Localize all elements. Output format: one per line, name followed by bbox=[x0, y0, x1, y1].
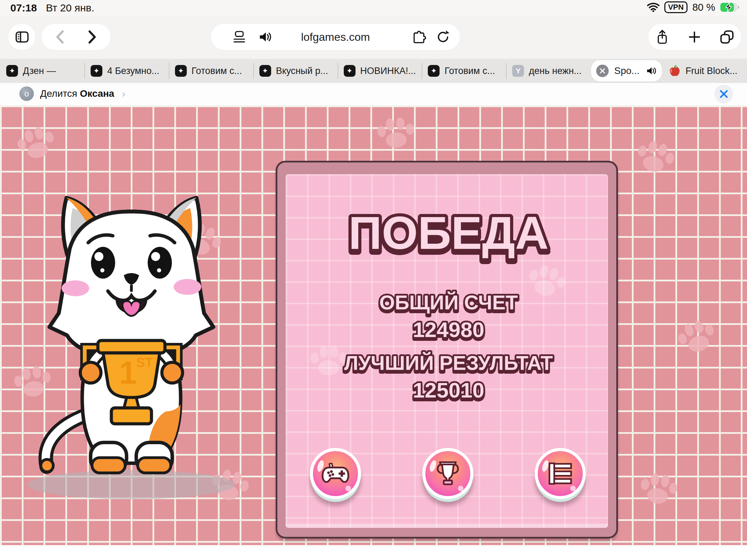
close-tab-icon[interactable] bbox=[596, 65, 609, 77]
zen-star-icon: ✦ bbox=[259, 65, 271, 77]
zen-star-icon: ✦ bbox=[344, 65, 356, 77]
cat-mascot-illustration: 1 ST bbox=[14, 190, 249, 505]
bottom-white-strip bbox=[0, 545, 747, 560]
best-score-value: 125010 bbox=[413, 378, 485, 402]
browser-toolbar: lofgames.com bbox=[0, 16, 747, 59]
battery-percent: 80 % bbox=[692, 2, 715, 13]
leaderboard-button[interactable] bbox=[422, 448, 473, 499]
tab-fruit-block[interactable]: Fruit Block... bbox=[663, 59, 747, 83]
tab-vkusny[interactable]: ✦ Вкусный р... bbox=[253, 59, 338, 83]
play-again-button[interactable] bbox=[310, 448, 361, 499]
menu-levels-button[interactable] bbox=[535, 448, 586, 499]
wifi-icon bbox=[647, 2, 660, 12]
game-canvas: 1 ST ПОБЕДА ПОБЕДА ОБЩИЙ СЧЕТ ОБЩИЙ СЧЕТ… bbox=[0, 105, 747, 545]
status-left: 07:18 Вт 20 янв. bbox=[10, 2, 94, 14]
victory-title: ПОБЕДА ПОБЕДА bbox=[277, 197, 620, 266]
total-score-value: 124980 bbox=[413, 318, 485, 342]
paw-print-decoration bbox=[628, 131, 683, 183]
gamepad-icon bbox=[321, 463, 350, 484]
sidebar-icon bbox=[13, 28, 30, 46]
address-bar[interactable]: lofgames.com bbox=[211, 24, 460, 50]
paw-print-decoration bbox=[669, 310, 725, 364]
y-favicon: Y bbox=[512, 65, 524, 77]
svg-text:ПОБЕДА: ПОБЕДА bbox=[349, 207, 548, 259]
score-block: ОБЩИЙ СЧЕТ ОБЩИЙ СЧЕТ 124980 124980 ЛУЧШ… bbox=[277, 282, 620, 413]
paw-print-decoration bbox=[9, 118, 64, 169]
tab-den-nezhn[interactable]: Y день нежн... bbox=[506, 59, 590, 83]
tab-gotovim-1[interactable]: ✦ Готовим с... bbox=[169, 59, 253, 83]
list-icon bbox=[548, 462, 573, 485]
paw-print-decoration bbox=[634, 466, 684, 513]
page-settings-icon[interactable] bbox=[232, 29, 247, 45]
chevron-right-icon: › bbox=[122, 88, 125, 100]
extensions-icon[interactable] bbox=[410, 29, 426, 45]
shared-tab-banner: o Делится Оксана › bbox=[0, 83, 747, 105]
tab-spo-active[interactable]: Spo... bbox=[591, 60, 662, 82]
clock: 07:18 bbox=[10, 2, 37, 14]
trophy-icon bbox=[435, 460, 460, 487]
zen-star-icon: ✦ bbox=[428, 65, 440, 77]
total-score-label: ОБЩИЙ СЧЕТ bbox=[379, 291, 518, 314]
battery-charging-icon bbox=[720, 2, 739, 12]
cat-head bbox=[49, 198, 213, 358]
paw-print-decoration bbox=[372, 111, 420, 156]
trophy-rank: 1 bbox=[119, 355, 137, 390]
status-bar: 07:18 Вт 20 янв. VPN 80 % bbox=[0, 0, 747, 16]
zen-star-icon: ✦ bbox=[175, 65, 187, 77]
new-tab-icon[interactable] bbox=[687, 29, 702, 45]
close-banner-button[interactable] bbox=[714, 85, 733, 103]
apple-favicon bbox=[669, 65, 681, 77]
tab-dzen[interactable]: ✦ Дзен — bbox=[0, 59, 84, 83]
avatar: o bbox=[19, 86, 34, 101]
zen-star-icon: ✦ bbox=[6, 65, 18, 77]
date: Вт 20 янв. bbox=[46, 2, 94, 14]
cat-shadow bbox=[28, 470, 235, 499]
tab-gotovim-2[interactable]: ✦ Готовим с... bbox=[422, 59, 506, 83]
share-icon[interactable] bbox=[654, 28, 670, 46]
tab-bar: ✦ Дзен — ✦ 4 Безумно... ✦ Готовим с... ✦… bbox=[0, 59, 747, 83]
reload-icon[interactable] bbox=[435, 29, 451, 45]
toolbar-right bbox=[648, 24, 741, 50]
vpn-badge: VPN bbox=[664, 1, 688, 13]
tabs-overview-icon[interactable] bbox=[719, 29, 735, 45]
shared-by-text: Делится Оксана bbox=[40, 88, 114, 99]
tab-speaker-icon[interactable] bbox=[645, 65, 657, 77]
zen-star-icon: ✦ bbox=[91, 65, 102, 77]
status-right: VPN 80 % bbox=[647, 1, 739, 13]
best-score-label: ЛУЧШИЙ РЕЗУЛЬТАТ bbox=[344, 352, 553, 374]
tab-bezumno[interactable]: ✦ 4 Безумно... bbox=[84, 59, 169, 83]
sidebar-button[interactable] bbox=[8, 24, 35, 50]
tab-audio-icon[interactable] bbox=[257, 29, 272, 45]
ipad-safari-screen: 07:18 Вт 20 янв. VPN 80 % bbox=[0, 0, 747, 560]
victory-panel: ПОБЕДА ПОБЕДА ОБЩИЙ СЧЕТ ОБЩИЙ СЧЕТ 1249… bbox=[276, 161, 618, 539]
trophy-suffix: ST bbox=[136, 355, 153, 370]
forward-button[interactable] bbox=[85, 29, 99, 45]
nav-buttons bbox=[42, 24, 111, 50]
tab-novinka[interactable]: ✦ НОВИНКА!... bbox=[338, 59, 422, 83]
shared-by-row[interactable]: o Делится Оксана › bbox=[19, 86, 125, 101]
back-button[interactable] bbox=[53, 29, 67, 45]
